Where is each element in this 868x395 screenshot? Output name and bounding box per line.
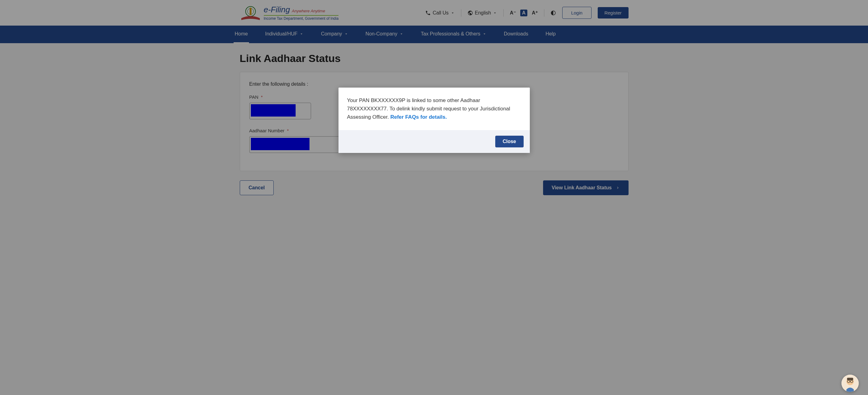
- modal-body: Your PAN BKXXXXXX9P is linked to some ot…: [339, 88, 530, 130]
- status-modal: Your PAN BKXXXXXX9P is linked to some ot…: [339, 88, 530, 153]
- modal-footer: Close: [339, 130, 530, 153]
- close-button[interactable]: Close: [495, 136, 524, 147]
- faqs-link[interactable]: Refer FAQs for details.: [390, 114, 447, 120]
